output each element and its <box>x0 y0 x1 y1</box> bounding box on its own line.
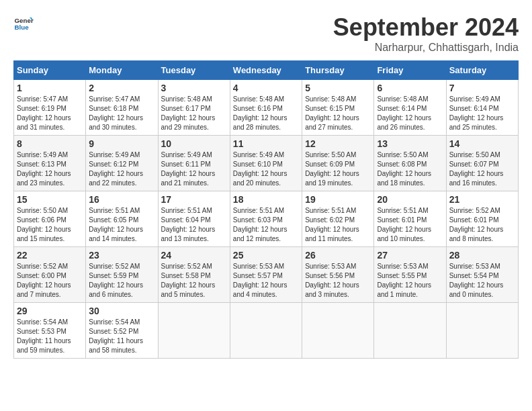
day-number: 10 <box>161 138 227 149</box>
calendar-cell: 13Sunrise: 5:50 AM Sunset: 6:08 PM Dayli… <box>374 136 446 191</box>
day-info: Sunrise: 5:50 AM Sunset: 6:08 PM Dayligh… <box>377 150 443 188</box>
day-info: Sunrise: 5:51 AM Sunset: 6:02 PM Dayligh… <box>305 206 371 244</box>
day-number: 4 <box>233 83 299 93</box>
weekday-header: Sunday <box>14 61 86 80</box>
day-info: Sunrise: 5:48 AM Sunset: 6:17 PM Dayligh… <box>161 95 227 132</box>
day-info: Sunrise: 5:47 AM Sunset: 6:19 PM Dayligh… <box>17 95 83 132</box>
day-info: Sunrise: 5:51 AM Sunset: 6:05 PM Dayligh… <box>89 206 154 244</box>
day-info: Sunrise: 5:48 AM Sunset: 6:16 PM Dayligh… <box>233 95 299 132</box>
calendar-cell: 25Sunrise: 5:53 AM Sunset: 5:57 PM Dayli… <box>230 247 302 303</box>
calendar-week-row: 1Sunrise: 5:47 AM Sunset: 6:19 PM Daylig… <box>14 80 519 136</box>
calendar-cell: 26Sunrise: 5:53 AM Sunset: 5:56 PM Dayli… <box>302 247 374 303</box>
calendar-cell: 12Sunrise: 5:50 AM Sunset: 6:09 PM Dayli… <box>302 136 374 191</box>
day-number: 7 <box>449 83 515 93</box>
title-section: September 2024 Narharpur, Chhattisgarh, … <box>333 13 519 54</box>
weekday-header: Wednesday <box>230 61 302 80</box>
calendar-cell: 21Sunrise: 5:52 AM Sunset: 6:01 PM Dayli… <box>446 191 518 247</box>
calendar-cell <box>374 303 446 359</box>
calendar-week-row: 22Sunrise: 5:52 AM Sunset: 6:00 PM Dayli… <box>14 247 519 303</box>
day-number: 26 <box>305 250 371 261</box>
calendar-table: SundayMondayTuesdayWednesdayThursdayFrid… <box>13 60 519 359</box>
day-info: Sunrise: 5:52 AM Sunset: 5:59 PM Dayligh… <box>89 262 154 300</box>
calendar-cell: 27Sunrise: 5:53 AM Sunset: 5:55 PM Dayli… <box>374 247 446 303</box>
calendar-cell: 5Sunrise: 5:48 AM Sunset: 6:15 PM Daylig… <box>302 80 374 136</box>
calendar-cell <box>446 303 518 359</box>
day-info: Sunrise: 5:50 AM Sunset: 6:07 PM Dayligh… <box>449 150 515 188</box>
calendar-cell: 7Sunrise: 5:49 AM Sunset: 6:14 PM Daylig… <box>446 80 518 136</box>
day-info: Sunrise: 5:52 AM Sunset: 6:00 PM Dayligh… <box>17 262 83 300</box>
day-number: 20 <box>377 194 443 205</box>
day-number: 22 <box>17 250 83 261</box>
weekday-header-row: SundayMondayTuesdayWednesdayThursdayFrid… <box>14 61 519 80</box>
day-info: Sunrise: 5:52 AM Sunset: 5:58 PM Dayligh… <box>161 262 227 300</box>
calendar-week-row: 29Sunrise: 5:54 AM Sunset: 5:53 PM Dayli… <box>14 303 519 359</box>
calendar-cell: 20Sunrise: 5:51 AM Sunset: 6:01 PM Dayli… <box>374 191 446 247</box>
day-number: 19 <box>305 194 371 205</box>
calendar-cell: 29Sunrise: 5:54 AM Sunset: 5:53 PM Dayli… <box>14 303 86 359</box>
day-number: 25 <box>233 250 299 261</box>
day-number: 18 <box>233 194 299 205</box>
day-number: 23 <box>89 250 154 261</box>
calendar-week-row: 15Sunrise: 5:50 AM Sunset: 6:06 PM Dayli… <box>14 191 519 247</box>
day-info: Sunrise: 5:53 AM Sunset: 5:55 PM Dayligh… <box>377 262 443 300</box>
calendar-cell: 24Sunrise: 5:52 AM Sunset: 5:58 PM Dayli… <box>158 247 230 303</box>
calendar-cell: 16Sunrise: 5:51 AM Sunset: 6:05 PM Dayli… <box>86 191 158 247</box>
day-number: 3 <box>161 83 227 93</box>
day-number: 14 <box>449 138 515 149</box>
calendar-cell <box>158 303 230 359</box>
day-info: Sunrise: 5:52 AM Sunset: 6:01 PM Dayligh… <box>449 206 515 244</box>
calendar-cell: 1Sunrise: 5:47 AM Sunset: 6:19 PM Daylig… <box>14 80 86 136</box>
weekday-header: Thursday <box>302 61 374 80</box>
day-number: 13 <box>377 138 443 149</box>
day-info: Sunrise: 5:50 AM Sunset: 6:09 PM Dayligh… <box>305 150 371 188</box>
weekday-header: Tuesday <box>158 61 230 80</box>
month-title: September 2024 <box>333 13 519 42</box>
day-info: Sunrise: 5:51 AM Sunset: 6:03 PM Dayligh… <box>233 206 299 244</box>
calendar-cell: 10Sunrise: 5:49 AM Sunset: 6:11 PM Dayli… <box>158 136 230 191</box>
day-number: 6 <box>377 83 443 93</box>
day-number: 17 <box>161 194 227 205</box>
calendar-cell: 3Sunrise: 5:48 AM Sunset: 6:17 PM Daylig… <box>158 80 230 136</box>
calendar-cell: 28Sunrise: 5:53 AM Sunset: 5:54 PM Dayli… <box>446 247 518 303</box>
calendar-cell: 11Sunrise: 5:49 AM Sunset: 6:10 PM Dayli… <box>230 136 302 191</box>
day-info: Sunrise: 5:54 AM Sunset: 5:53 PM Dayligh… <box>17 318 83 355</box>
day-info: Sunrise: 5:53 AM Sunset: 5:54 PM Dayligh… <box>449 262 515 300</box>
day-info: Sunrise: 5:49 AM Sunset: 6:11 PM Dayligh… <box>161 150 227 188</box>
day-info: Sunrise: 5:49 AM Sunset: 6:10 PM Dayligh… <box>233 150 299 188</box>
calendar-cell: 18Sunrise: 5:51 AM Sunset: 6:03 PM Dayli… <box>230 191 302 247</box>
calendar-cell <box>302 303 374 359</box>
calendar-cell: 8Sunrise: 5:49 AM Sunset: 6:13 PM Daylig… <box>14 136 86 191</box>
calendar-cell: 30Sunrise: 5:54 AM Sunset: 5:52 PM Dayli… <box>86 303 158 359</box>
day-number: 30 <box>89 306 154 316</box>
day-number: 5 <box>305 83 371 93</box>
calendar-cell: 2Sunrise: 5:47 AM Sunset: 6:18 PM Daylig… <box>86 80 158 136</box>
calendar-cell: 4Sunrise: 5:48 AM Sunset: 6:16 PM Daylig… <box>230 80 302 136</box>
day-info: Sunrise: 5:53 AM Sunset: 5:57 PM Dayligh… <box>233 262 299 300</box>
calendar-cell: 14Sunrise: 5:50 AM Sunset: 6:07 PM Dayli… <box>446 136 518 191</box>
day-info: Sunrise: 5:53 AM Sunset: 5:56 PM Dayligh… <box>305 262 371 300</box>
day-info: Sunrise: 5:48 AM Sunset: 6:15 PM Dayligh… <box>305 95 371 132</box>
day-info: Sunrise: 5:49 AM Sunset: 6:13 PM Dayligh… <box>17 150 83 188</box>
day-number: 9 <box>89 138 154 149</box>
day-number: 15 <box>17 194 83 205</box>
calendar-week-row: 8Sunrise: 5:49 AM Sunset: 6:13 PM Daylig… <box>14 136 519 191</box>
calendar-cell: 22Sunrise: 5:52 AM Sunset: 6:00 PM Dayli… <box>14 247 86 303</box>
calendar-cell: 6Sunrise: 5:48 AM Sunset: 6:14 PM Daylig… <box>374 80 446 136</box>
page-header: General Blue September 2024 Narharpur, C… <box>13 13 519 54</box>
calendar-cell <box>230 303 302 359</box>
weekday-header: Monday <box>86 61 158 80</box>
day-info: Sunrise: 5:54 AM Sunset: 5:52 PM Dayligh… <box>89 318 154 355</box>
day-number: 8 <box>17 138 83 149</box>
day-number: 24 <box>161 250 227 261</box>
day-info: Sunrise: 5:49 AM Sunset: 6:12 PM Dayligh… <box>89 150 154 188</box>
day-info: Sunrise: 5:47 AM Sunset: 6:18 PM Dayligh… <box>89 95 154 132</box>
day-number: 21 <box>449 194 515 205</box>
calendar-cell: 9Sunrise: 5:49 AM Sunset: 6:12 PM Daylig… <box>86 136 158 191</box>
weekday-header: Friday <box>374 61 446 80</box>
day-number: 16 <box>89 194 154 205</box>
day-number: 1 <box>17 83 83 93</box>
day-number: 29 <box>17 306 83 316</box>
day-info: Sunrise: 5:51 AM Sunset: 6:01 PM Dayligh… <box>377 206 443 244</box>
weekday-header: Saturday <box>446 61 518 80</box>
day-number: 27 <box>377 250 443 261</box>
